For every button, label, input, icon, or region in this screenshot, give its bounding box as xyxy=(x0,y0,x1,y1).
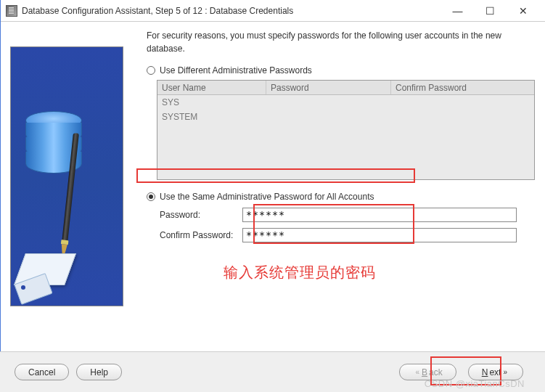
password-label: Password: xyxy=(160,210,242,220)
radio-different-passwords[interactable]: Use Different Administrative Passwords xyxy=(147,65,535,75)
minimize-button[interactable]: — xyxy=(441,1,474,21)
window-controls: — ☐ ✕ xyxy=(441,1,539,21)
table-row[interactable]: SYSTEM xyxy=(157,110,534,124)
app-icon xyxy=(6,5,17,17)
window-title: Database Configuration Assistant, Step 5… xyxy=(22,6,441,16)
col-password: Password xyxy=(266,81,391,94)
help-button[interactable]: Help xyxy=(76,364,122,380)
chevron-right-icon: » xyxy=(503,368,507,376)
back-label: ack xyxy=(429,367,443,377)
cell-username: SYSTEM xyxy=(157,112,266,122)
wizard-graphic xyxy=(10,46,123,306)
radio-label: Use the Same Administrative Password for… xyxy=(160,192,374,202)
table-header: User Name Password Confirm Password xyxy=(157,81,534,95)
password-input[interactable] xyxy=(242,208,517,222)
radio-label: Use Different Administrative Passwords xyxy=(160,65,312,75)
intro-text: For security reasons, you must specify p… xyxy=(147,29,535,55)
watermark: CSDN @xiaTianCsDN xyxy=(425,378,525,389)
wizard-sidebar xyxy=(10,29,134,334)
chevron-left-icon: « xyxy=(415,368,419,376)
radio-same-password[interactable]: Use the Same Administrative Password for… xyxy=(147,192,535,202)
cancel-button[interactable]: Cancel xyxy=(15,364,69,380)
user-password-table: User Name Password Confirm Password SYS … xyxy=(157,80,535,180)
cell-username: SYS xyxy=(157,97,266,107)
close-button[interactable]: ✕ xyxy=(507,1,539,21)
table-row[interactable]: SYS xyxy=(157,95,534,110)
annotation-text: 输入系统管理员的密码 xyxy=(224,263,535,282)
confirm-password-input[interactable] xyxy=(242,228,517,242)
col-confirm-password: Confirm Password xyxy=(391,81,534,94)
confirm-password-label: Confirm Password: xyxy=(160,230,242,240)
radio-icon xyxy=(147,66,155,75)
radio-icon xyxy=(147,192,155,201)
titlebar: Database Configuration Assistant, Step 5… xyxy=(0,0,545,22)
maximize-button[interactable]: ☐ xyxy=(474,1,507,21)
next-label: ext xyxy=(489,367,501,377)
col-username: User Name xyxy=(157,81,266,94)
